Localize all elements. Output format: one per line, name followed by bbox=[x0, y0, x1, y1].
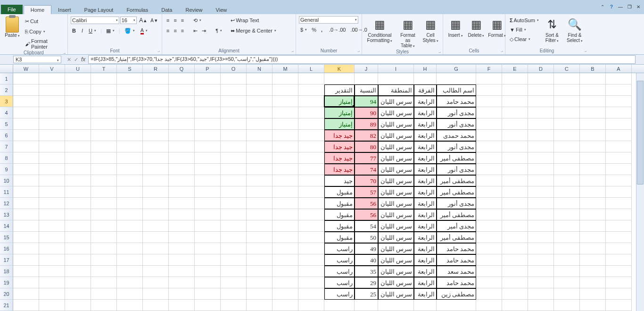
cell-G8[interactable]: مصطفى أمير bbox=[437, 152, 476, 164]
col-header-M[interactable]: M bbox=[272, 65, 298, 73]
cell-H7[interactable]: الرابعة bbox=[414, 141, 437, 152]
format-painter-button[interactable]: 🖌Format Painter bbox=[24, 38, 65, 50]
close-icon[interactable]: ✕ bbox=[635, 3, 642, 10]
cell-G13[interactable]: مصطفى أمير bbox=[437, 209, 476, 220]
cell-J13[interactable]: 56 bbox=[355, 209, 378, 220]
percent-button[interactable]: % bbox=[310, 25, 318, 34]
cell-G20[interactable]: مصطفى زين bbox=[437, 288, 476, 300]
border-button[interactable]: ▦ bbox=[105, 26, 116, 35]
font-size-select[interactable]: 16 bbox=[120, 17, 137, 24]
col-header-H[interactable]: H bbox=[414, 65, 437, 73]
accounting-button[interactable]: $ bbox=[299, 25, 308, 34]
cell-H19[interactable]: الرابعة bbox=[414, 277, 437, 288]
cell-I20[interactable]: سرس الليان bbox=[378, 288, 414, 300]
vertical-scrollbar[interactable] bbox=[636, 73, 644, 311]
text-direction-button[interactable]: ¶ bbox=[214, 26, 223, 35]
col-header-T[interactable]: T bbox=[91, 65, 117, 73]
tab-page-layout[interactable]: Page Layout bbox=[78, 6, 120, 14]
row-header-20[interactable]: 20 bbox=[0, 288, 13, 300]
enter-icon[interactable]: ✓ bbox=[74, 57, 78, 63]
row-header-19[interactable]: 19 bbox=[0, 277, 13, 288]
col-header-P[interactable]: P bbox=[195, 65, 221, 73]
font-color-button[interactable]: A bbox=[139, 26, 149, 35]
tab-review[interactable]: Review bbox=[179, 6, 209, 14]
cell-G7[interactable]: مجدى أنور bbox=[437, 141, 476, 152]
shrink-font-button[interactable]: A▾ bbox=[149, 16, 159, 25]
cell-H4[interactable]: الرابعة bbox=[414, 107, 437, 118]
align-left-button[interactable]: ≡ bbox=[165, 26, 171, 35]
cell-I2[interactable]: المنطقة bbox=[378, 84, 414, 96]
copy-button[interactable]: ⎘Copy bbox=[24, 27, 65, 36]
cell-I8[interactable]: سرس الليان bbox=[378, 152, 414, 164]
cell-K20[interactable]: راسب bbox=[324, 288, 355, 300]
row-header-1[interactable]: 1 bbox=[0, 73, 13, 84]
cell-J16[interactable]: 49 bbox=[355, 243, 378, 254]
col-header-B[interactable]: B bbox=[580, 65, 606, 73]
cell-H3[interactable]: الرابعة bbox=[414, 96, 437, 107]
cell-K12[interactable]: مقبول bbox=[324, 198, 355, 209]
cell-J3[interactable]: 94 bbox=[355, 96, 378, 107]
fill-color-button[interactable]: 🪣 bbox=[123, 26, 136, 35]
cell-H12[interactable]: الرابعة bbox=[414, 198, 437, 209]
cell-J8[interactable]: 77 bbox=[355, 152, 378, 164]
align-bottom-button[interactable]: ≡ bbox=[180, 16, 185, 25]
cell-G15[interactable]: مصطفى أمير bbox=[437, 232, 476, 243]
col-header-C[interactable]: C bbox=[554, 65, 580, 73]
cell-G19[interactable]: محمد حامد bbox=[437, 277, 476, 288]
tab-home[interactable]: Home bbox=[24, 5, 51, 14]
italic-button[interactable]: I bbox=[80, 26, 84, 35]
cell-K16[interactable]: راسب bbox=[324, 243, 355, 254]
cell-G2[interactable]: اسم الطالب bbox=[437, 84, 476, 96]
cell-H13[interactable]: الرابعة bbox=[414, 209, 437, 220]
col-header-N[interactable]: N bbox=[247, 65, 272, 73]
increase-decimal-button[interactable]: .0→.00 bbox=[328, 25, 347, 34]
cell-J18[interactable]: 35 bbox=[355, 266, 378, 277]
tab-formulas[interactable]: Formulas bbox=[120, 6, 155, 14]
grow-font-button[interactable]: A▴ bbox=[138, 16, 148, 25]
cell-J15[interactable]: 50 bbox=[355, 232, 378, 243]
row-header-9[interactable]: 9 bbox=[0, 164, 13, 175]
align-top-button[interactable]: ≡ bbox=[165, 16, 171, 25]
col-header-I[interactable]: I bbox=[378, 65, 414, 73]
row-header-11[interactable]: 11 bbox=[0, 186, 13, 198]
cell-I6[interactable]: سرس الليان bbox=[378, 130, 414, 141]
cell-I9[interactable]: سرس الليان bbox=[378, 164, 414, 175]
cell-K15[interactable]: مقبول bbox=[324, 232, 355, 243]
underline-button[interactable]: U bbox=[87, 26, 98, 35]
indent-dec-button[interactable]: ⇤ bbox=[192, 26, 199, 35]
cell-G18[interactable]: محمد سعد bbox=[437, 266, 476, 277]
format-as-table-button[interactable]: ▦Format as Table bbox=[396, 16, 419, 49]
col-header-K[interactable]: K bbox=[324, 65, 355, 73]
cell-K3[interactable]: إمتياز bbox=[324, 96, 355, 107]
col-header-L[interactable]: L bbox=[298, 65, 324, 73]
insert-cells-button[interactable]: ▦Insert bbox=[446, 16, 465, 39]
cell-I7[interactable]: سرس الليان bbox=[378, 141, 414, 152]
fill-button[interactable]: ▼ Fill bbox=[508, 25, 540, 34]
orientation-button[interactable]: ⟲ bbox=[192, 16, 203, 25]
col-header-S[interactable]: S bbox=[117, 65, 143, 73]
cell-I4[interactable]: سرس الليان bbox=[378, 107, 414, 118]
cell-H15[interactable]: الرابعة bbox=[414, 232, 437, 243]
row-header-7[interactable]: 7 bbox=[0, 141, 13, 152]
cell-I5[interactable]: سرس الليان bbox=[378, 118, 414, 130]
row-header-16[interactable]: 16 bbox=[0, 243, 13, 254]
cell-H5[interactable]: الرابعة bbox=[414, 118, 437, 130]
font-name-select[interactable]: Calibri bbox=[71, 17, 119, 24]
row-header-6[interactable]: 6 bbox=[0, 130, 13, 141]
cell-I11[interactable]: سرس الليان bbox=[378, 186, 414, 198]
cell-G11[interactable]: مصطفى أمير bbox=[437, 186, 476, 198]
cell-styles-button[interactable]: ▦Cell Styles bbox=[421, 16, 440, 44]
row-header-5[interactable]: 5 bbox=[0, 118, 13, 130]
delete-cells-button[interactable]: ▦Delete bbox=[467, 16, 486, 39]
cell-K10[interactable]: جيد bbox=[324, 175, 355, 186]
cell-I13[interactable]: سرس الليان bbox=[378, 209, 414, 220]
cell-K2[interactable]: التقدير bbox=[324, 84, 355, 96]
number-format-select[interactable]: General bbox=[299, 16, 358, 24]
help-icon[interactable]: ? bbox=[608, 3, 615, 10]
row-header-12[interactable]: 12 bbox=[0, 198, 13, 209]
autosum-button[interactable]: Σ AutoSum bbox=[508, 16, 540, 25]
col-header-J[interactable]: J bbox=[355, 65, 378, 73]
cell-H14[interactable]: الرابعة bbox=[414, 220, 437, 232]
indent-inc-button[interactable]: ⇥ bbox=[200, 26, 207, 35]
cell-I17[interactable]: سرس الليان bbox=[378, 254, 414, 266]
